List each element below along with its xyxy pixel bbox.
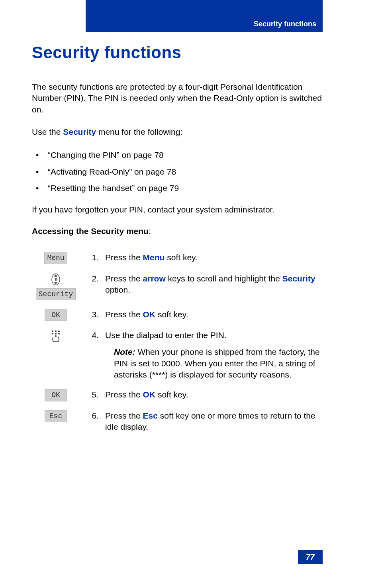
- use-menu-prefix: Use the: [32, 127, 63, 136]
- use-menu-paragraph: Use the Security menu for the following:: [32, 126, 327, 138]
- step-3-post: soft key.: [155, 310, 188, 319]
- step-2-mid: keys to scroll and highlight the: [166, 274, 282, 283]
- step-6-icon-cell: Esc: [32, 410, 80, 422]
- step-5-keyword: OK: [143, 390, 156, 399]
- step-4-number: 4.: [84, 330, 100, 341]
- steps-grid: Menu 1. Press the Menu soft key. Securit…: [32, 252, 327, 433]
- step-2-text: Press the arrow keys to scroll and highl…: [105, 273, 327, 296]
- step-3-icon-cell: OK: [32, 309, 80, 321]
- bullet-list: “Changing the PIN” on page 78 “Activatin…: [32, 149, 327, 195]
- svg-point-7: [52, 333, 53, 334]
- step-4-note: Note: When your phone is shipped from th…: [105, 346, 327, 380]
- step-2-number: 2.: [84, 273, 100, 284]
- step-3-pre: Press the: [105, 310, 143, 319]
- step-6-text: Press the Esc soft key one or more times…: [105, 410, 327, 433]
- svg-point-4: [52, 330, 53, 332]
- svg-marker-2: [54, 282, 57, 285]
- dialpad-icon: [50, 330, 61, 342]
- step-1-pre: Press the: [105, 253, 143, 262]
- list-item: “Resetting the handset” on page 79: [32, 182, 327, 195]
- list-item: “Changing the PIN” on page 78: [32, 149, 327, 161]
- step-1-keyword: Menu: [143, 253, 165, 262]
- step-2-keyword-arrow: arrow: [143, 274, 166, 283]
- step-5-post: soft key.: [155, 390, 188, 399]
- forgot-pin-paragraph: If you have forgotten your PIN, contact …: [32, 204, 327, 215]
- step-2-post: option.: [105, 285, 130, 294]
- menu-softkey-icon: Menu: [44, 252, 67, 264]
- esc-softkey-icon: Esc: [45, 410, 67, 422]
- header-section-label: Security functions: [254, 20, 316, 28]
- svg-point-10: [55, 335, 57, 337]
- svg-point-9: [58, 333, 60, 334]
- use-menu-suffix: menu for the following:: [96, 127, 182, 136]
- step-4-main: Use the dialpad to enter the PIN.: [105, 330, 227, 340]
- step-6-number: 6.: [84, 410, 100, 421]
- step-5-text: Press the OK soft key.: [105, 389, 327, 400]
- page-content: Security functions The security function…: [32, 43, 327, 433]
- ok-softkey-icon: OK: [45, 309, 67, 321]
- note-text: When your phone is shipped from the fact…: [114, 347, 320, 379]
- step-4-text: Use the dialpad to enter the PIN. Note: …: [105, 330, 327, 380]
- step-2-icon-cell: Security: [32, 273, 80, 300]
- step-2-pre: Press the: [105, 274, 143, 283]
- step-4-icon-cell: [32, 330, 80, 342]
- ok-softkey-icon: OK: [45, 389, 67, 401]
- step-6-pre: Press the: [105, 411, 143, 420]
- step-2-keyword-security: Security: [282, 274, 315, 283]
- list-item: “Activating Read-Only” on page 78: [32, 165, 327, 178]
- access-heading-text: Accessing the Security menu: [32, 226, 149, 236]
- step-6-keyword: Esc: [143, 411, 158, 420]
- access-heading-colon: :: [149, 226, 151, 236]
- security-softkey-icon: Security: [36, 288, 76, 300]
- page-title: Security functions: [32, 43, 327, 62]
- svg-marker-1: [54, 274, 57, 277]
- step-3-number: 3.: [84, 309, 100, 320]
- step-1-number: 1.: [84, 252, 100, 263]
- step-5-pre: Press the: [105, 390, 143, 399]
- step-1-post: soft key.: [165, 253, 197, 262]
- arrow-keys-icon: [51, 273, 61, 286]
- step-1-text: Press the Menu soft key.: [105, 252, 327, 263]
- security-keyword: Security: [63, 127, 96, 136]
- svg-point-6: [58, 330, 60, 332]
- svg-rect-3: [55, 278, 57, 281]
- svg-point-8: [55, 333, 57, 334]
- access-heading: Accessing the Security menu:: [32, 226, 327, 236]
- step-5-number: 5.: [84, 389, 100, 400]
- step-3-keyword: OK: [143, 310, 156, 319]
- step-5-icon-cell: OK: [32, 389, 80, 401]
- svg-point-5: [55, 330, 57, 332]
- step-1-icon-cell: Menu: [32, 252, 80, 264]
- step-3-text: Press the OK soft key.: [105, 309, 327, 320]
- note-label: Note:: [114, 347, 135, 356]
- page-number: 77: [298, 550, 323, 564]
- intro-paragraph: The security functions are protected by …: [32, 81, 327, 115]
